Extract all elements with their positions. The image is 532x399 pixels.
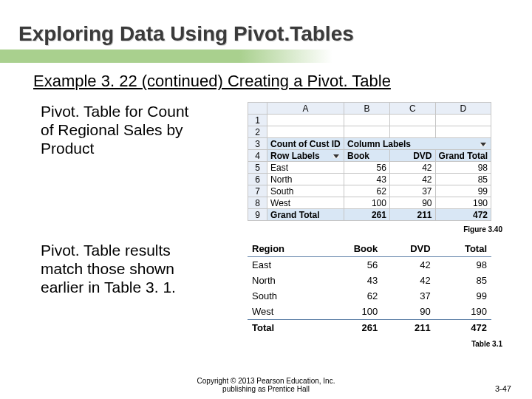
- dropdown-icon[interactable]: [333, 154, 339, 158]
- dropdown-icon[interactable]: [480, 143, 486, 146]
- excel-pivot-table: A B C D 1 2 3 Count of Cust ID Column La…: [248, 102, 491, 221]
- slide-title: Exploring Data Using Pivot.Tables: [18, 22, 517, 46]
- copyright: Copyright © 2013 Pearson Education, Inc.…: [0, 377, 532, 393]
- page-number: 3-47: [495, 384, 511, 393]
- paragraph-1: Pivot. Table for Count of Regional Sales…: [41, 102, 248, 158]
- figure-label-1: Figure 3.40: [15, 225, 502, 233]
- slide-subtitle: Example 3. 22 (continued) Creating a Piv…: [33, 72, 517, 91]
- summary-table: Region Book DVD Total East564298 North43…: [248, 241, 491, 335]
- figure-label-2: Table 3.1: [15, 340, 502, 348]
- accent-bar: [0, 50, 332, 63]
- paragraph-2: Pivot. Table results match those shown e…: [41, 241, 248, 297]
